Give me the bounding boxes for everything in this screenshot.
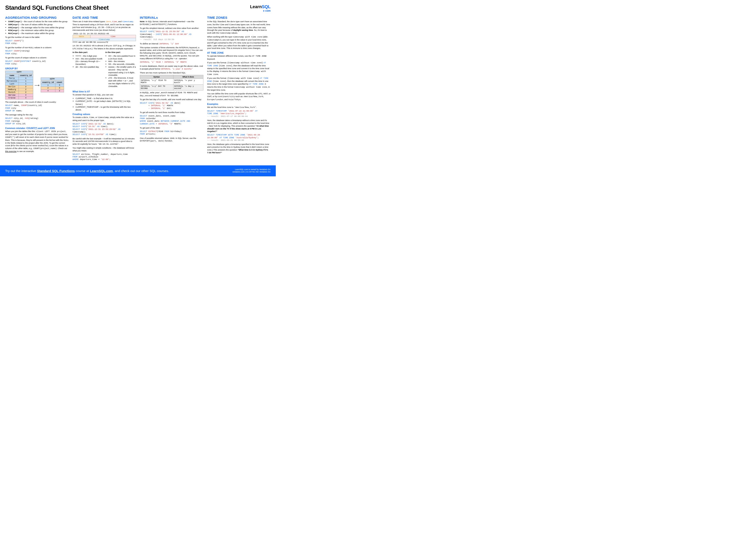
list-item: MAX(expr) – the maximum value within the… <box>8 32 69 35</box>
timestamp-label: timestamp <box>73 38 136 41</box>
text: To define an interval: INTERVAL '1' DAY <box>140 42 203 45</box>
code-block: SELECT COUNT(DISTINCT country_id) FROM c… <box>5 60 69 65</box>
list-item: mm – the zero-padded month (01—January t… <box>76 58 103 66</box>
current-list: CURRENT_TIME – to find what time it is. … <box>73 97 136 111</box>
th: count <box>55 81 64 84</box>
heading-intervals: INTERVALs <box>140 16 203 19</box>
text: In MySQL, write year_month instead of YE… <box>140 91 203 97</box>
list-item: CURRENT_TIME – to find what time it is. <box>76 97 136 100</box>
code-block: INTERVAL '1' YEAR + INTERVAL '3' MONTH <box>140 61 203 64</box>
text: There are two more syntaxes in the Stand… <box>140 71 203 74</box>
table-row: Marseille1 <box>5 80 33 83</box>
text: Here, the database takes a timestamp wit… <box>207 119 271 133</box>
table-row: 13 <box>41 84 64 87</box>
text: To answer that question in SQL, you can … <box>73 93 136 96</box>
th: What it does <box>173 75 203 79</box>
timestamp-diagram: 2021-12-31 14:39:53.662522-05 date time … <box>73 33 136 43</box>
table-row: 23 <box>41 87 64 89</box>
footer: Try out the interactive Standard SQL Fun… <box>0 165 276 176</box>
page-title: Standard SQL Functions Cheat Sheet <box>5 4 109 11</box>
text: To get the count of unique values in a c… <box>5 56 69 59</box>
groupby-diagram: CITY namecountry_id Paris1Marseille1Lyon… <box>5 71 69 100</box>
subheading-timepart: In the time part: <box>105 51 121 53</box>
text: When working with the type timestamp wit… <box>207 36 271 50</box>
text: To get the simplest interval, subtract o… <box>140 27 203 30</box>
heading-creating: Creating values <box>73 113 136 115</box>
heading-examples: Examples <box>207 103 271 105</box>
table-title: CITY <box>5 71 33 74</box>
code-block: SELECT CAST('2021-02-01' AS date) + INTE… <box>140 102 203 110</box>
list-item: SS – the seconds. Omissible. <box>108 63 136 66</box>
text: The average rating for the city: <box>5 114 69 116</box>
text: One of possible returned values: 1946. I… <box>140 137 203 143</box>
code-block: SELECT COUNT(rating) FROM city; <box>5 50 69 55</box>
th: country_id <box>41 81 55 84</box>
footer-text: Try out the interactive Standard SQL Fun… <box>5 169 169 173</box>
logo: LearnSQL ● com <box>250 4 271 12</box>
result-table: country_idcount 132342 <box>41 81 64 92</box>
logo-sub: ● com <box>250 9 271 12</box>
date-label: date <box>73 35 90 38</box>
subheading-datepart: In the date part: <box>73 51 88 53</box>
text: You can define the time zone with popula… <box>207 92 271 101</box>
footer-copyright: LearnSQL.com is owned by Vertabelo SA ve… <box>232 168 271 173</box>
text: If you use this format: {timestamp with … <box>207 77 271 91</box>
table-title: CITY <box>41 78 64 81</box>
text: 14:39:53.662522-05 is almost 2:40 p.m. C… <box>73 44 136 50</box>
column-aggregation: AGGREGATION AND GROUPING COUNT(expr) – t… <box>5 15 69 162</box>
code-block: SELECT airline, flight_number, departure… <box>73 153 136 161</box>
agg-function-list: COUNT(expr) – the count of values for th… <box>5 20 69 35</box>
heading-whattime: What time is it? <box>73 90 136 93</box>
text: There are 3 main time-related types: dat… <box>73 20 136 32</box>
list-item: dd – the zero-padded day. <box>76 66 103 68</box>
table-row: 42 <box>41 89 64 92</box>
list-item: CURRENT_TIMESTAMP – to get the timestamp… <box>76 106 136 111</box>
list-item: COUNT(expr) – the count of values for th… <box>8 20 69 23</box>
text: Here, the database gets a timestamp spec… <box>207 143 271 154</box>
list-item: ±TZ – the timezone. It must start with e… <box>108 77 136 88</box>
column-intervals: INTERVALs Note: In SQL Server, intervals… <box>140 15 203 162</box>
heading-attimezone: AT TIME ZONE <box>207 51 271 54</box>
code-block: SELECT name, COUNT(country_id) FROM city… <box>5 104 69 112</box>
city-table: namecountry_id Paris1Marseille1Lyon1Berl… <box>5 74 33 99</box>
list-item: MIN(expr) – the minimum value within the… <box>8 29 69 32</box>
table-row: Lyon1 <box>5 83 33 85</box>
text: In the SQL Standard, the date type can't… <box>207 20 271 35</box>
text: In some databases, there's an easier way… <box>140 65 203 71</box>
text: To get all events for next three months … <box>140 111 203 114</box>
text: Note: In SQL Server, intervals aren't im… <box>140 20 203 26</box>
text: To get the last day of a month, add one … <box>140 98 203 101</box>
text: To get the number of non-NULL values in … <box>5 46 69 49</box>
time-label: time <box>90 35 136 38</box>
code-block: SELECT TIMESTAMP '2021-07-16 21:00:00' A… <box>207 110 271 118</box>
td: INTERVAL 'x year y month' <box>173 79 203 85</box>
site-link[interactable]: LearnSQL.com <box>90 169 113 173</box>
code-block: SELECT CAST('2021-12-31' AS date); SELEC… <box>73 123 136 136</box>
exercise-link[interactable]: this exercise <box>5 150 16 152</box>
text: To get part of the date: <box>140 127 203 129</box>
td: INTERVAL 'x day y second' <box>173 85 203 90</box>
td: INTERVAL 'x-y' YEAR TO MONTH <box>140 79 174 85</box>
code-block: SELECT TIMESTAMP WITH TIME ZONE '2021-06… <box>207 134 271 142</box>
th: Syntax <box>140 75 174 79</box>
arrow-icon: ⟶ <box>35 83 40 87</box>
heading-datetime: DATE AND TIME <box>73 16 136 19</box>
list-item: CURRENT_DATE – to get today's date. (GET… <box>76 100 136 106</box>
table-row: Paris1 <box>5 77 33 80</box>
heading-timezones: TIME ZONES <box>207 16 271 19</box>
th: name <box>5 74 19 77</box>
table-row: Warsaw4 <box>5 94 33 96</box>
heading-mistake: Common mistake: COUNT(*) and LEFT JOIN <box>5 127 69 129</box>
course-link[interactable]: Standard SQL Functions <box>37 169 75 173</box>
text-mistake: When you join the tables like this: clie… <box>5 130 69 153</box>
text: This syntax consists of three elements: … <box>140 46 203 60</box>
td: INTERVAL 'x-y' DAY TO SECOND <box>140 85 174 90</box>
text: To get the number of rows in the table: <box>5 36 69 39</box>
text: You might skip casting in simple conditi… <box>73 147 136 152</box>
list-item: HH – the zero-padded hour in a 24-hour c… <box>108 55 136 60</box>
table-row: Munich2 <box>5 91 33 94</box>
text: Be careful with the last example – it wi… <box>73 138 136 146</box>
list-item: ssssss – the smaller parts of a second –… <box>108 66 136 77</box>
code-block: SELECT city_id, AVG(rating) FROM ratings… <box>5 117 69 125</box>
text: To create a date, time, or timestamp, si… <box>73 116 136 122</box>
